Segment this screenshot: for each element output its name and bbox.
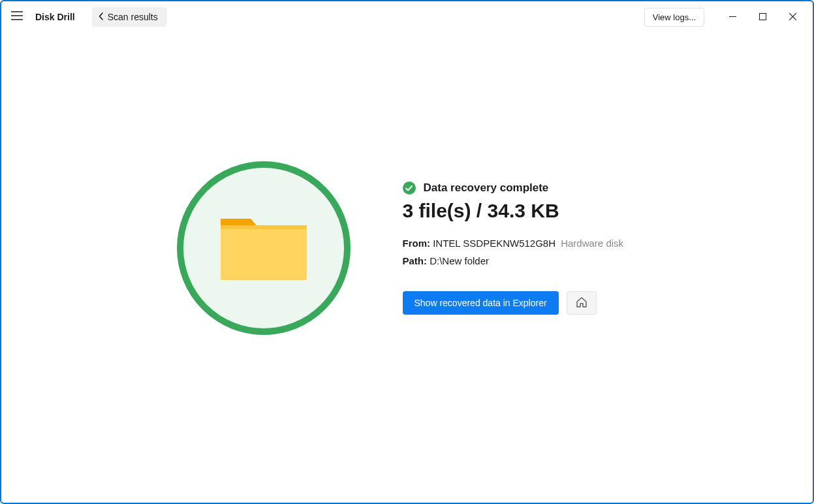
result-info: Data recovery complete 3 file(s) / 34.3 …	[403, 181, 638, 315]
result-headline: 3 file(s) / 34.3 KB	[403, 200, 638, 222]
menu-button[interactable]	[7, 7, 27, 27]
minimize-button[interactable]	[717, 7, 747, 27]
folder-graphic	[177, 161, 351, 335]
path-line: Path: D:\New folder	[403, 255, 638, 266]
maximize-button[interactable]	[747, 7, 777, 27]
minimize-icon	[729, 12, 736, 22]
close-icon	[789, 12, 796, 22]
action-row: Show recovered data in Explorer	[403, 291, 638, 315]
status-line: Data recovery complete	[403, 181, 638, 195]
from-label: From:	[403, 238, 431, 249]
home-button[interactable]	[567, 291, 597, 315]
svg-rect-8	[221, 225, 307, 229]
from-value: INTEL SSDPEKNW512G8H	[433, 238, 556, 249]
show-in-explorer-button[interactable]: Show recovered data in Explorer	[403, 291, 559, 315]
folder-icon	[218, 211, 309, 285]
hamburger-icon	[11, 11, 23, 23]
back-button-label: Scan results	[108, 12, 158, 22]
app-title: Disk Drill	[35, 12, 75, 22]
window-controls	[717, 7, 807, 27]
path-value: D:\New folder	[430, 255, 489, 266]
view-logs-button[interactable]: View logs...	[644, 8, 704, 27]
chevron-left-icon	[99, 12, 104, 22]
close-button[interactable]	[777, 7, 807, 27]
svg-rect-4	[759, 13, 766, 20]
svg-rect-7	[221, 225, 307, 280]
titlebar: Disk Drill Scan results View logs...	[1, 1, 813, 33]
home-icon	[576, 296, 587, 310]
maximize-icon	[759, 12, 766, 22]
path-label: Path:	[403, 255, 428, 266]
success-check-icon	[403, 181, 416, 195]
from-type: Hardware disk	[561, 238, 623, 249]
status-text: Data recovery complete	[424, 181, 549, 195]
main-content: Data recovery complete 3 file(s) / 34.3 …	[1, 33, 813, 503]
from-line: From: INTEL SSDPEKNW512G8H Hardware disk	[403, 238, 638, 249]
back-button[interactable]: Scan results	[92, 7, 167, 27]
